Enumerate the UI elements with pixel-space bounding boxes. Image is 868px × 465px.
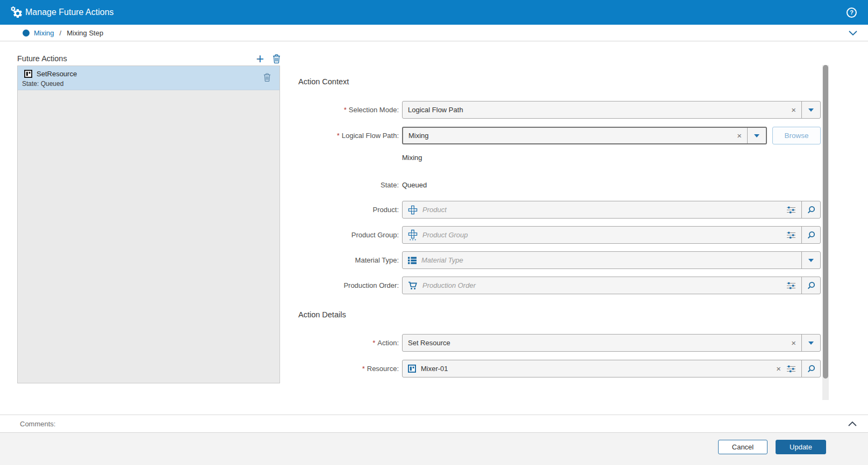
advanced-filter-icon[interactable] <box>786 231 796 239</box>
dropdown-arrow-icon <box>808 108 814 112</box>
product-group-label: Product Group: <box>291 231 399 239</box>
advanced-filter-icon[interactable] <box>786 206 796 214</box>
logical-flow-path-dropdown-button[interactable] <box>747 128 766 143</box>
add-action-button[interactable]: + <box>256 53 264 64</box>
manage-actions-gear-icon <box>10 6 24 20</box>
selection-mode-dropdown-button[interactable] <box>801 101 820 118</box>
selection-mode-label: *Selection Mode: <box>291 106 399 114</box>
page-title: Manage Future Actions <box>25 0 114 25</box>
resource-label: *Resource: <box>291 365 399 373</box>
product-icon <box>408 205 418 215</box>
production-order-placeholder: Production Order <box>422 281 476 289</box>
scrollbar-thumb[interactable] <box>823 65 828 379</box>
selection-mode-value: Logical Flow Path <box>408 106 463 114</box>
clear-icon[interactable]: × <box>737 131 742 140</box>
logical-flow-path-value: Mixing <box>408 132 429 140</box>
product-group-search-button[interactable] <box>801 227 820 243</box>
material-type-placeholder: Material Type <box>421 256 463 264</box>
comments-collapse-chevron-up-icon[interactable] <box>848 422 857 426</box>
production-order-label: Production Order: <box>291 281 399 289</box>
state-value: Queued <box>402 181 427 189</box>
dropdown-arrow-icon <box>808 342 814 345</box>
item-state: State: Queued <box>22 80 63 88</box>
material-type-dropdown-button[interactable] <box>801 252 820 268</box>
product-placeholder: Product <box>422 206 447 214</box>
item-name: SetResource <box>37 70 77 78</box>
selection-mode-field[interactable]: Logical Flow Path × <box>402 101 821 119</box>
clear-icon[interactable]: × <box>776 364 781 373</box>
item-delete-button[interactable] <box>263 73 271 84</box>
trash-icon <box>263 73 271 82</box>
production-order-field[interactable]: Production Order <box>402 277 821 294</box>
action-context-heading: Action Context <box>298 77 349 86</box>
breadcrumb: Mixing / Mixing Step <box>0 25 868 41</box>
logical-flow-path-field[interactable]: Mixing × <box>402 127 767 144</box>
search-icon <box>807 206 815 214</box>
future-actions-title: Future Actions <box>17 54 67 63</box>
product-group-placeholder: Product Group <box>422 231 468 239</box>
product-group-icon <box>408 229 418 241</box>
material-type-label: Material Type: <box>291 256 399 264</box>
action-label: *Action: <box>291 339 399 347</box>
list-item-setresource[interactable]: SetResource State: Queued <box>18 66 279 90</box>
cancel-button[interactable]: Cancel <box>718 440 767 454</box>
action-details-heading: Action Details <box>298 310 346 319</box>
future-actions-list: SetResource State: Queued <box>17 66 280 383</box>
state-label: State: <box>291 181 399 189</box>
product-group-field[interactable]: Product Group <box>402 226 821 244</box>
resource-icon <box>408 365 416 373</box>
delete-actions-button[interactable] <box>272 54 281 63</box>
resource-value: Mixer-01 <box>421 365 448 373</box>
clear-icon[interactable]: × <box>791 105 796 114</box>
resource-icon <box>24 70 32 78</box>
title-bar: Manage Future Actions ? <box>0 0 868 25</box>
production-order-cart-icon <box>408 281 418 290</box>
advanced-filter-icon[interactable] <box>786 282 796 289</box>
breadcrumb-separator: / <box>60 29 62 37</box>
breadcrumb-chevron-down-icon[interactable] <box>849 31 857 35</box>
dropdown-arrow-icon <box>754 134 759 137</box>
breadcrumb-link-mixing[interactable]: Mixing <box>34 29 54 37</box>
search-icon <box>807 231 815 239</box>
resource-field[interactable]: Mixer-01 × <box>402 360 821 377</box>
context-dot-icon <box>23 30 30 37</box>
trash-icon <box>272 54 281 63</box>
breadcrumb-current-page: Mixing Step <box>67 29 103 37</box>
search-icon <box>807 365 815 373</box>
footer-bar: Cancel Update <box>0 433 868 465</box>
help-icon[interactable]: ? <box>847 8 857 18</box>
production-order-search-button[interactable] <box>801 277 820 294</box>
manage-future-actions-window: Manage Future Actions ? Mixing / Mixing … <box>0 0 868 465</box>
material-type-field[interactable]: Material Type <box>402 251 821 269</box>
dropdown-arrow-icon <box>808 259 814 262</box>
comments-label: Comments: <box>20 420 55 428</box>
product-field[interactable]: Product <box>402 201 821 219</box>
action-dropdown-button[interactable] <box>801 335 820 351</box>
future-actions-header: Future Actions + <box>17 52 281 66</box>
logical-flow-path-helper: Mixing <box>402 154 422 162</box>
browse-button[interactable]: Browse <box>772 127 821 144</box>
update-button[interactable]: Update <box>776 440 826 454</box>
resource-search-button[interactable] <box>801 360 820 377</box>
clear-icon[interactable]: × <box>791 338 796 347</box>
logical-flow-path-label: *Logical Flow Path: <box>291 132 399 140</box>
action-field[interactable]: Set Resource × <box>402 334 821 352</box>
material-type-list-icon <box>408 257 417 264</box>
vertical-scrollbar[interactable] <box>822 65 829 400</box>
search-icon <box>807 281 815 290</box>
product-label: Product: <box>291 206 399 214</box>
advanced-filter-icon[interactable] <box>786 365 796 373</box>
action-value: Set Resource <box>408 339 450 347</box>
product-search-button[interactable] <box>801 201 820 218</box>
comments-section[interactable]: Comments: <box>0 415 868 433</box>
